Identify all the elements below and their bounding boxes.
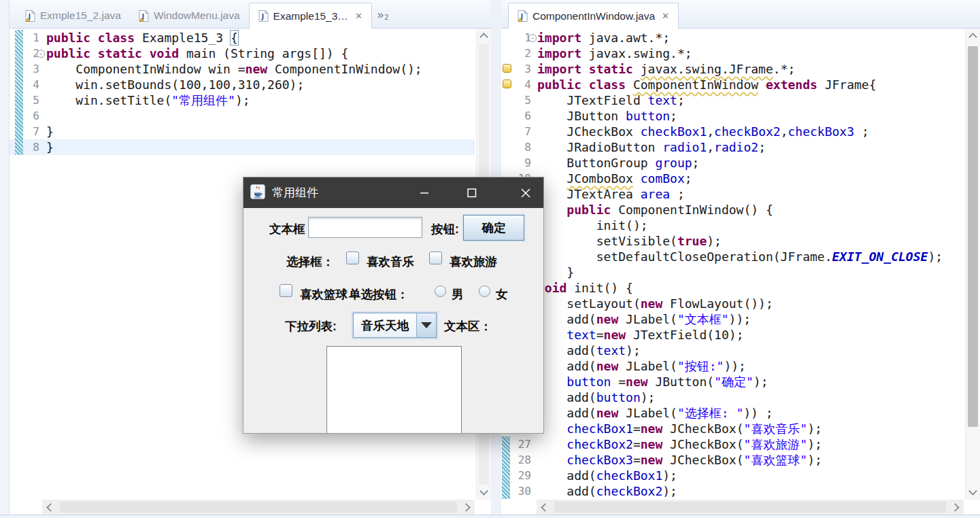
- code-line: 25 add(new JLabel("选择框: ")) ;: [501, 405, 964, 421]
- maximize-button[interactable]: [456, 177, 488, 208]
- code-line: 17void init() {: [501, 280, 964, 296]
- right-code-editor[interactable]: 1-import java.awt.*;2import javax.swing.…: [501, 29, 980, 515]
- quick-diff-bar: [502, 436, 510, 499]
- left-gutter-marker-column: [15, 30, 23, 498]
- code-line: 27 checkBox2=new JCheckBox("喜欢旅游");: [501, 436, 964, 452]
- left-horizontal-scrollbar[interactable]: [42, 500, 475, 515]
- java-file-warning-icon: J: [518, 10, 528, 22]
- left-tab-bar: J Exmple15_2.java J WindowMenu.java J Ex…: [10, 0, 491, 29]
- chevron-down-icon: [421, 322, 432, 328]
- svg-text:J: J: [260, 13, 264, 20]
- close-button[interactable]: [506, 177, 544, 208]
- maximize-icon: [467, 188, 477, 198]
- text-input[interactable]: [308, 217, 422, 238]
- code-line: 19 add(new JLabel("文本框"));: [501, 311, 964, 327]
- code-line: 24 add(button);: [501, 390, 964, 405]
- warning-marker-icon[interactable]: [503, 80, 511, 88]
- radio-male[interactable]: [435, 286, 446, 297]
- code-line: 21 add(text);: [501, 343, 964, 358]
- code-line: 10 JComboBox comBox;: [501, 171, 964, 186]
- left-code-area[interactable]: 1public class Example15_3 {2-public stat…: [10, 30, 475, 155]
- close-icon: [521, 188, 530, 198]
- warning-marker-icon[interactable]: [503, 64, 511, 73]
- scrollbar-thumb[interactable]: [968, 46, 978, 427]
- right-code-area[interactable]: 1-import java.awt.*;2import javax.swing.…: [501, 30, 964, 499]
- code-line: 8 JRadioButton radio1,radio2;: [501, 139, 964, 155]
- scroll-down-icon[interactable]: [968, 487, 977, 496]
- ok-button[interactable]: 确定: [463, 215, 524, 241]
- window-title-bar[interactable]: 常用组件: [243, 177, 543, 208]
- scroll-down-icon[interactable]: [479, 487, 488, 496]
- radio-female-label: 女: [496, 286, 508, 303]
- combo-box[interactable]: 音乐天地: [353, 313, 437, 338]
- combo-dropdown-button[interactable]: [416, 313, 436, 337]
- code-line: 7 JCheckBox checkBox1,checkBox2,checkBox…: [501, 124, 964, 139]
- code-line: 4public class ComponentInWindow extends …: [501, 77, 964, 92]
- code-line: 30 add(checkBox2);: [501, 483, 964, 499]
- tab-label: ComponentInWindow.java: [533, 10, 655, 22]
- code-line: 5 JTextField text;: [501, 92, 964, 108]
- code-line: 23 button =new JButton("确定");: [501, 374, 964, 390]
- code-line: 12 public ComponentInWindow() {: [501, 202, 964, 218]
- tab-label: WindowMenu.java: [154, 10, 240, 22]
- quick-diff-bar: [15, 30, 23, 155]
- tab-windowmenu[interactable]: J WindowMenu.java: [130, 3, 249, 28]
- right-vertical-scrollbar[interactable]: [965, 29, 980, 500]
- scroll-left-icon[interactable]: [541, 503, 550, 512]
- button-group-label: 按钮:: [431, 221, 459, 237]
- java-file-icon: J: [139, 10, 149, 22]
- tab-componentinwindow[interactable]: J ComponentInWindow.java ✕: [508, 3, 679, 29]
- minimize-icon: [420, 188, 429, 197]
- code-line: 6 JButton button;: [501, 108, 964, 124]
- scroll-left-icon[interactable]: [46, 503, 55, 512]
- text-area[interactable]: [326, 346, 462, 434]
- code-line: 26 checkBox1=new JCheckBox("喜欢音乐");: [501, 421, 964, 436]
- code-line: 15 setDefaultCloseOperation(JFrame.EXIT_…: [501, 249, 964, 264]
- tab-exmple15_2[interactable]: J Exmple15_2.java: [16, 3, 130, 28]
- checkbox-music[interactable]: [346, 252, 359, 264]
- code-line: 2-public static void main (String args[]…: [10, 46, 475, 61]
- code-line: 20 text=new JTextField(10);: [501, 327, 964, 343]
- code-line: 4 win.setBounds(100,100,310,260);: [10, 77, 475, 92]
- code-line: 13 init();: [501, 218, 964, 233]
- code-line: 28 checkBox3=new JCheckBox("喜欢篮球");: [501, 452, 964, 468]
- tab-example15_3[interactable]: J Example15_3… ✕: [249, 3, 372, 29]
- code-line: 11 JTextArea area ;: [501, 186, 964, 202]
- scroll-right-icon[interactable]: [462, 503, 471, 512]
- checkbox-travel[interactable]: [429, 252, 442, 264]
- code-line: 6: [10, 108, 475, 124]
- java-file-icon: J: [25, 10, 35, 22]
- window-title: 常用组件: [272, 185, 318, 201]
- textarea-label: 文本区：: [444, 318, 492, 334]
- tab-close-icon[interactable]: ✕: [662, 11, 669, 21]
- minimize-button[interactable]: [408, 177, 441, 208]
- java-file-icon: J: [258, 10, 269, 22]
- scrollbar-thumb[interactable]: [60, 502, 457, 513]
- code-line: 18 setLayout(new FlowLayout());: [501, 296, 964, 311]
- right-horizontal-scrollbar[interactable]: [537, 500, 964, 515]
- tab-overflow-indicator[interactable]: » 2: [377, 8, 389, 28]
- tab-label: Example15_3…: [273, 10, 348, 22]
- code-line: 2import javax.swing.*;: [501, 46, 964, 61]
- checkbox-travel-label: 喜欢旅游: [450, 254, 497, 270]
- code-line: 1public class Example15_3 {: [10, 30, 475, 46]
- code-line: 8}: [10, 139, 475, 155]
- scrollbar-thumb[interactable]: [554, 502, 946, 513]
- swing-app-window[interactable]: 常用组件 文本框 按钮: 确定 选择框： 喜欢音乐 喜欢旅游 喜欢篮球 单选按钮…: [243, 177, 544, 434]
- code-line: 14 setVisible(true);: [501, 233, 964, 249]
- radio-female[interactable]: [479, 286, 490, 297]
- tab-close-icon[interactable]: ✕: [355, 11, 362, 21]
- checkbox-basketball[interactable]: [280, 284, 292, 297]
- code-line: 16 }: [501, 264, 964, 280]
- combo-label: 下拉列表:: [285, 318, 337, 334]
- radio-group-label: 单选按钮：: [349, 286, 409, 303]
- scroll-right-icon[interactable]: [951, 503, 960, 512]
- checkbox-group-label: 选择框：: [286, 254, 334, 270]
- checkbox-basketball-label: 喜欢篮球: [300, 286, 348, 303]
- code-line: 22 add(new JLabel("按钮:"));: [501, 358, 964, 374]
- window-bottom-edge: [0, 515, 980, 518]
- scroll-up-icon[interactable]: [968, 33, 977, 41]
- right-tab-bar: J ComponentInWindow.java ✕: [501, 0, 980, 29]
- scroll-up-icon[interactable]: [479, 33, 488, 41]
- code-line: 9 ButtonGroup group;: [501, 155, 964, 171]
